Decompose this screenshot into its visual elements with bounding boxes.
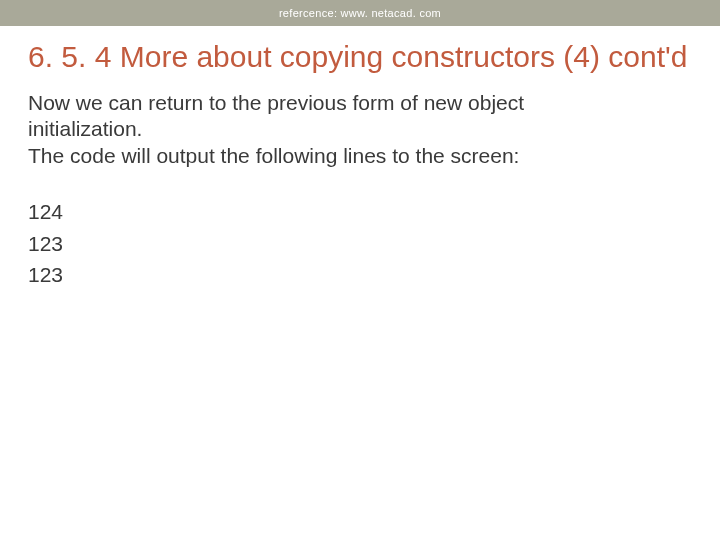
body-paragraph: Now we can return to the previous form o… [28,90,588,171]
body-line-1: Now we can return to the previous form o… [28,91,524,141]
header-reference: refercence: www. netacad. com [279,7,441,19]
body-line-2: The code will output the following lines… [28,144,519,167]
slide-content: 6. 5. 4 More about copying constructors … [0,26,720,291]
code-output: 124 123 123 [28,196,692,291]
header-bar: refercence: www. netacad. com [0,0,720,26]
slide-title: 6. 5. 4 More about copying constructors … [28,38,692,76]
output-line: 124 [28,196,692,228]
output-line: 123 [28,259,692,291]
output-line: 123 [28,228,692,260]
